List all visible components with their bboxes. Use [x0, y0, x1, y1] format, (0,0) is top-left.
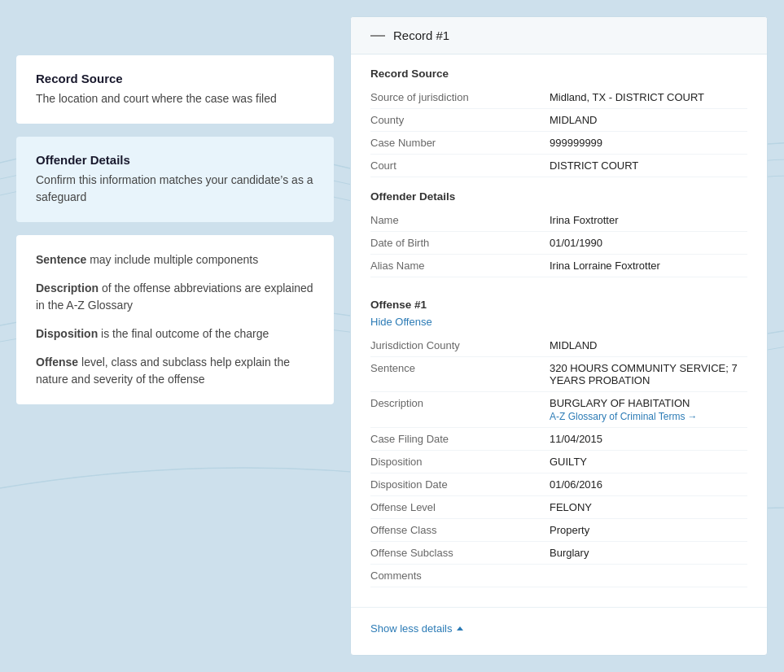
field-offense-subclass: Offense Subclass Burglary	[370, 542, 747, 565]
record-title: Record #1	[393, 28, 449, 42]
offender-details-body: Confirm this information matches your ca…	[36, 172, 314, 206]
field-disposition: Disposition GUILTY	[370, 451, 747, 473]
field-alias-name: Alias Name Irina Lorraine Foxtrotter	[370, 255, 747, 277]
label-name: Name	[370, 214, 550, 226]
value-name: Irina Foxtrotter	[550, 214, 619, 226]
right-panel: Record #1 Record Source Source of jurisd…	[350, 16, 768, 656]
offense-section-title: Offense #1	[370, 284, 747, 314]
offender-details-card: Offender Details Confirm this informatio…	[16, 137, 334, 222]
value-case-number: 999999999	[550, 137, 602, 149]
value-source-of-jurisdiction: Midland, TX - DISTRICT COURT	[550, 91, 704, 103]
offender-details-title: Offender Details	[36, 153, 314, 167]
label-alias-name: Alias Name	[370, 260, 550, 272]
field-sentence: Sentence 320 HOURS COMMUNITY SERVICE; 7 …	[370, 357, 747, 392]
glossary-link-text: A-Z Glossary of Criminal Terms	[550, 411, 685, 422]
record-header: Record #1	[351, 17, 767, 55]
value-disposition: GUILTY	[550, 456, 587, 468]
field-disposition-date: Disposition Date 01/06/2016	[370, 473, 747, 496]
record-source-card: Record Source The location and court whe…	[16, 55, 334, 124]
value-county: MIDLAND	[550, 114, 598, 126]
label-date-of-birth: Date of Birth	[370, 237, 550, 249]
value-date-of-birth: 01/01/1990	[550, 237, 602, 249]
label-offense-class: Offense Class	[370, 524, 550, 536]
record-body: Record Source Source of jurisdiction Mid…	[351, 55, 767, 607]
label-sentence: Sentence	[370, 362, 550, 374]
record-source-section-title: Record Source	[370, 55, 747, 86]
field-offense-level: Offense Level FELONY	[370, 496, 747, 519]
field-county: County MIDLAND	[370, 109, 747, 132]
field-comments: Comments	[370, 565, 747, 587]
description-text: Description of the offense abbreviations…	[36, 280, 314, 314]
value-offense-subclass: Burglary	[550, 547, 589, 559]
disposition-text: Disposition is the final outcome of the …	[36, 325, 314, 343]
glossary-arrow-icon: →	[687, 411, 697, 422]
field-offense-class: Offense Class Property	[370, 519, 747, 542]
label-disposition-date: Disposition Date	[370, 478, 550, 491]
show-less-label: Show less details	[370, 622, 452, 635]
header-dash-icon	[370, 35, 385, 37]
left-panel: Record Source The location and court whe…	[16, 16, 334, 656]
label-description: Description	[370, 397, 550, 409]
label-offense-level: Offense Level	[370, 501, 550, 513]
value-disposition-date: 01/06/2016	[550, 478, 602, 491]
chevron-up-icon	[457, 626, 463, 631]
value-offense-class: Property	[550, 524, 589, 536]
field-date-of-birth: Date of Birth 01/01/1990	[370, 232, 747, 255]
field-source-of-jurisdiction: Source of jurisdiction Midland, TX - DIS…	[370, 86, 747, 109]
field-court: Court DISTRICT COURT	[370, 155, 747, 177]
glossary-link[interactable]: A-Z Glossary of Criminal Terms →	[550, 411, 697, 422]
field-case-filing-date: Case Filing Date 11/04/2015	[370, 428, 747, 451]
field-case-number: Case Number 999999999	[370, 132, 747, 155]
label-offense-subclass: Offense Subclass	[370, 547, 550, 559]
label-court: Court	[370, 159, 550, 172]
value-jurisdiction-county: MIDLAND	[550, 339, 598, 351]
value-case-filing-date: 11/04/2015	[550, 433, 602, 445]
field-description: Description BURGLARY OF HABITATION A-Z G…	[370, 392, 747, 428]
record-source-body: The location and court where the case wa…	[36, 90, 314, 107]
label-county: County	[370, 114, 550, 126]
field-jurisdiction-county: Jurisdiction County MIDLAND	[370, 334, 747, 357]
description-crime-text: BURGLARY OF HABITATION	[550, 397, 697, 409]
value-offense-level: FELONY	[550, 501, 592, 513]
label-source-of-jurisdiction: Source of jurisdiction	[370, 91, 550, 103]
value-sentence: 320 HOURS COMMUNITY SERVICE; 7 YEARS PRO…	[550, 362, 747, 386]
record-source-title: Record Source	[36, 72, 314, 85]
offense-info-card: Sentence may include multiple components…	[16, 235, 334, 404]
label-comments: Comments	[370, 569, 550, 582]
field-name: Name Irina Foxtrotter	[370, 209, 747, 232]
offense-text: Offense level, class and subclass help e…	[36, 354, 314, 388]
value-court: DISTRICT COURT	[550, 159, 638, 172]
label-jurisdiction-county: Jurisdiction County	[370, 339, 550, 351]
show-less-link[interactable]: Show less details	[370, 622, 463, 635]
offender-details-section-title: Offender Details	[370, 177, 747, 209]
value-alias-name: Irina Lorraine Foxtrotter	[550, 260, 660, 272]
value-description: BURGLARY OF HABITATION A-Z Glossary of C…	[550, 397, 697, 422]
label-disposition: Disposition	[370, 456, 550, 468]
sentence-text: Sentence may include multiple components	[36, 251, 314, 268]
label-case-number: Case Number	[370, 137, 550, 149]
label-case-filing-date: Case Filing Date	[370, 433, 550, 445]
show-less-row: Show less details	[351, 607, 767, 648]
hide-offense-link[interactable]: Hide Offense	[370, 316, 432, 328]
